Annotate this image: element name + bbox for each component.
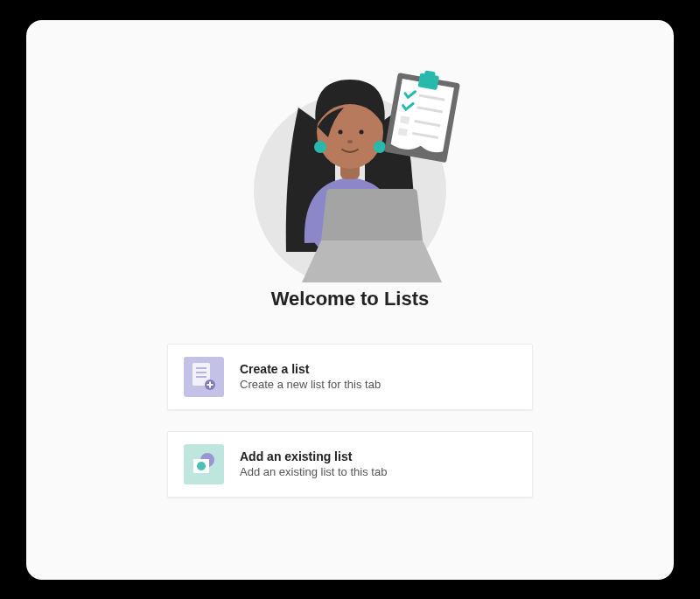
create-list-text: Create a list Create a new list for this… — [240, 362, 381, 391]
svg-point-5 — [339, 129, 343, 134]
svg-rect-17 — [398, 128, 408, 136]
create-list-icon — [184, 357, 224, 397]
svg-point-6 — [360, 129, 364, 134]
add-existing-card[interactable]: Add an existing list Add an existing lis… — [167, 431, 533, 498]
svg-point-7 — [347, 140, 353, 143]
svg-rect-21 — [196, 372, 206, 373]
create-list-title: Create a list — [240, 362, 381, 376]
create-list-card[interactable]: Create a list Create a new list for this… — [167, 344, 533, 410]
add-existing-icon — [184, 444, 224, 484]
add-existing-subtitle: Add an existing list to this tab — [240, 465, 387, 478]
hero-illustration — [214, 46, 486, 282]
svg-point-3 — [314, 141, 326, 153]
svg-rect-20 — [196, 367, 206, 369]
svg-rect-15 — [400, 115, 410, 124]
add-existing-title: Add an existing list — [240, 449, 387, 463]
svg-point-4 — [374, 141, 386, 153]
add-existing-text: Add an existing list Add an existing lis… — [240, 449, 387, 478]
welcome-dialog: Welcome to Lists Create a list Create a … — [26, 20, 674, 580]
welcome-title: Welcome to Lists — [271, 288, 430, 310]
svg-rect-25 — [207, 384, 214, 386]
svg-rect-22 — [196, 376, 206, 378]
create-list-subtitle: Create a new list for this tab — [240, 378, 381, 391]
